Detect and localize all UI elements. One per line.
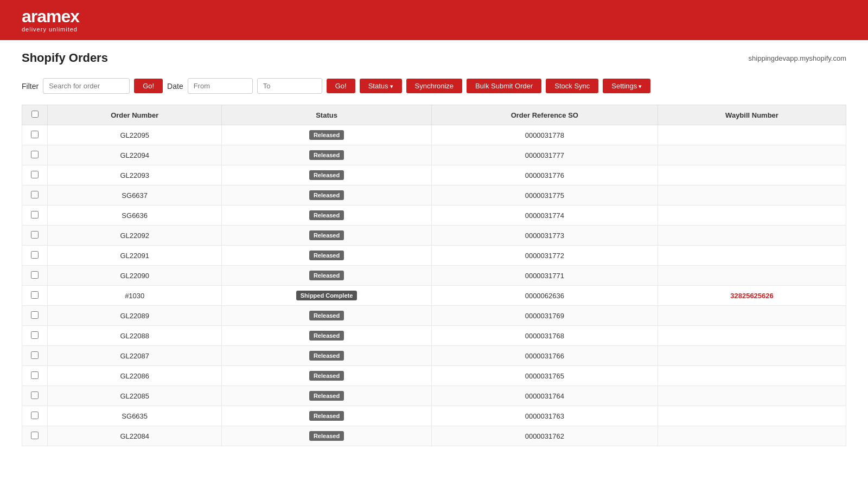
header-status: Status — [222, 105, 431, 125]
select-all-checkbox[interactable] — [31, 111, 39, 118]
synchronize-button[interactable]: Synchronize — [406, 79, 463, 93]
row-checkbox-cell — [22, 366, 48, 386]
row-order-number: #1030 — [48, 286, 222, 306]
status-badge: Released — [309, 210, 344, 220]
table-row: #1030Shipped Complete0000062636328256256… — [22, 286, 846, 306]
table-row: GL22091Released0000031772 — [22, 246, 846, 266]
row-reference: 0000031777 — [431, 145, 658, 165]
row-checkbox[interactable] — [31, 291, 39, 299]
search-input[interactable] — [43, 78, 130, 94]
row-checkbox-cell — [22, 266, 48, 286]
row-order-number: GL22086 — [48, 366, 222, 386]
row-waybill — [658, 366, 846, 386]
header: aramex delivery unlimited — [0, 0, 868, 40]
row-checkbox[interactable] — [31, 211, 39, 219]
date-to-input[interactable] — [257, 78, 322, 94]
row-status: Shipped Complete — [222, 286, 431, 306]
row-checkbox[interactable] — [31, 432, 39, 439]
status-badge: Released — [309, 431, 344, 441]
row-order-number: GL22095 — [48, 125, 222, 145]
row-status: Released — [222, 366, 431, 386]
row-checkbox-cell — [22, 246, 48, 266]
row-order-number: SG6635 — [48, 406, 222, 426]
row-checkbox[interactable] — [31, 151, 39, 158]
row-waybill — [658, 406, 846, 426]
table-row: GL22094Released0000031777 — [22, 145, 846, 165]
row-order-number: GL22092 — [48, 226, 222, 246]
row-checkbox[interactable] — [31, 391, 39, 399]
row-checkbox-cell — [22, 286, 48, 306]
filter-go-button[interactable]: Go! — [134, 79, 163, 93]
row-checkbox[interactable] — [31, 412, 39, 419]
row-checkbox[interactable] — [31, 331, 39, 339]
table-row: GL22092Released0000031773 — [22, 226, 846, 246]
table-row: GL22089Released0000031769 — [22, 306, 846, 326]
row-reference: 0000031772 — [431, 246, 658, 266]
status-badge: Released — [309, 351, 344, 361]
bulk-submit-button[interactable]: Bulk Submit Order — [467, 79, 541, 93]
status-badge: Released — [309, 150, 344, 160]
status-badge: Released — [309, 251, 344, 260]
row-waybill — [658, 125, 846, 145]
row-status: Released — [222, 185, 431, 206]
row-order-number: GL22087 — [48, 346, 222, 366]
row-checkbox[interactable] — [31, 251, 39, 259]
status-badge: Released — [309, 170, 344, 180]
row-reference: 0000031766 — [431, 346, 658, 366]
row-status: Released — [222, 406, 431, 426]
stock-sync-button[interactable]: Stock Sync — [546, 79, 598, 93]
settings-button[interactable]: Settings — [603, 79, 650, 93]
row-waybill — [658, 426, 846, 446]
row-order-number: GL22094 — [48, 145, 222, 165]
row-checkbox[interactable] — [31, 171, 39, 178]
row-checkbox[interactable] — [31, 131, 39, 138]
row-checkbox[interactable] — [31, 191, 39, 198]
row-reference: 0000031773 — [431, 226, 658, 246]
row-reference: 0000031776 — [431, 165, 658, 185]
row-waybill — [658, 165, 846, 185]
row-status: Released — [222, 125, 431, 145]
row-checkbox[interactable] — [31, 371, 39, 379]
row-checkbox-cell — [22, 226, 48, 246]
row-checkbox-cell — [22, 346, 48, 366]
row-checkbox[interactable] — [31, 271, 39, 279]
row-checkbox[interactable] — [31, 351, 39, 359]
row-status: Released — [222, 165, 431, 185]
status-badge: Released — [309, 130, 344, 140]
row-order-number: SG6637 — [48, 185, 222, 206]
row-checkbox[interactable] — [31, 231, 39, 239]
row-order-number: GL22093 — [48, 165, 222, 185]
filter-bar: Filter Go! Date Go! Status Synchronize B… — [22, 78, 846, 94]
header-order-number: Order Number — [48, 105, 222, 125]
row-checkbox-cell — [22, 165, 48, 185]
logo: aramex delivery unlimited — [22, 8, 79, 33]
row-reference: 0000031763 — [431, 406, 658, 426]
row-order-number: GL22089 — [48, 306, 222, 326]
row-order-number: GL22091 — [48, 246, 222, 266]
row-order-number: GL22084 — [48, 426, 222, 446]
table-row: SG6635Released0000031763 — [22, 406, 846, 426]
row-checkbox-cell — [22, 326, 48, 346]
waybill-link[interactable]: 32825625626 — [730, 292, 774, 300]
orders-table: Order Number Status Order Reference SO W… — [22, 105, 846, 446]
row-waybill — [658, 326, 846, 346]
row-status: Released — [222, 246, 431, 266]
row-checkbox-cell — [22, 206, 48, 226]
row-waybill — [658, 246, 846, 266]
table-row: GL22086Released0000031765 — [22, 366, 846, 386]
date-from-input[interactable] — [188, 78, 253, 94]
status-button[interactable]: Status — [360, 79, 402, 93]
row-checkbox-cell — [22, 406, 48, 426]
row-waybill — [658, 266, 846, 286]
row-status: Released — [222, 206, 431, 226]
table-row: GL22087Released0000031766 — [22, 346, 846, 366]
status-badge: Released — [309, 391, 344, 401]
date-go-button[interactable]: Go! — [327, 79, 355, 93]
main-content: Shopify Orders shippingdevapp.myshopify.… — [0, 40, 868, 457]
row-reference: 0000031775 — [431, 185, 658, 206]
row-checkbox[interactable] — [31, 311, 39, 319]
row-order-number: SG6636 — [48, 206, 222, 226]
row-reference: 0000031774 — [431, 206, 658, 226]
row-order-number: GL22088 — [48, 326, 222, 346]
row-order-number: GL22090 — [48, 266, 222, 286]
